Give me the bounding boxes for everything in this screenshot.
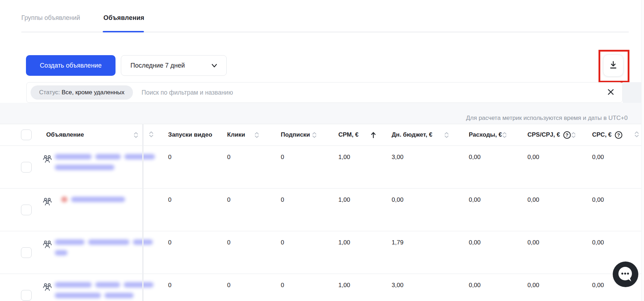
cell-subscriptions: 0	[275, 274, 333, 301]
column-header-clicks[interactable]: Клики	[222, 124, 275, 146]
question-circle-icon[interactable]: ?	[563, 131, 571, 139]
status-chip-value: Все, кроме удаленных	[61, 89, 124, 96]
ads-manager-page: Группы объявлений Объявления Создать объ…	[0, 0, 644, 301]
cell-cpm: 1,00	[333, 146, 386, 188]
cell-cps-cpj: 0,00	[522, 189, 587, 231]
question-circle-icon[interactable]: ?	[615, 131, 622, 139]
cell-subscriptions: 0	[275, 146, 333, 188]
table-body: 0 0 0 1,00 3,00 0,00 0,00 0,00 0 0 0 1,0…	[0, 146, 644, 301]
cell-spend: 0,00	[463, 274, 522, 301]
arrow-up-icon[interactable]	[370, 131, 386, 139]
sort-arrows-icon[interactable]	[254, 131, 275, 139]
ad-name-cell[interactable]	[41, 231, 143, 274]
column-header-hidden[interactable]	[143, 124, 163, 146]
sort-arrows-icon[interactable]	[149, 131, 154, 139]
export-download-button[interactable]	[603, 54, 623, 76]
sort-arrows-icon[interactable]	[133, 131, 143, 139]
tab-ad-groups[interactable]: Группы объявлений	[21, 14, 80, 22]
column-header-ad[interactable]: Объявление	[41, 124, 143, 146]
chevron-down-icon	[210, 61, 219, 70]
cell-video-starts: 0	[163, 231, 222, 274]
column-header-daily-budget[interactable]: Дн. бюджет, €	[386, 124, 463, 146]
column-header-cps-cpj[interactable]: CPS/CPJ, € ?	[522, 124, 587, 146]
cell-daily-budget: 3,00	[386, 146, 463, 188]
cell-spend: 0,00	[463, 146, 522, 188]
row-checkbox[interactable]	[21, 162, 32, 173]
table-row: 0 0 0 1,00 3,00 0,00 0,00 0,00	[0, 274, 644, 301]
ad-name-cell[interactable]	[41, 146, 143, 188]
tab-ads[interactable]: Объявления	[103, 14, 144, 22]
cell-cpm: 1,00	[333, 231, 386, 274]
cell-cps-cpj: 0,00	[522, 231, 587, 274]
filter-bar: Статус: Все, кроме удаленных	[26, 82, 623, 103]
cell-video-starts: 0	[163, 189, 222, 231]
create-ad-button[interactable]: Создать объявление	[26, 55, 116, 76]
ad-group-icon	[43, 197, 52, 231]
cell-daily-budget: 0,00	[386, 189, 463, 231]
cell-subscriptions: 0	[275, 231, 333, 274]
cell-spend: 0,00	[463, 231, 522, 274]
cell-video-starts: 0	[163, 274, 222, 301]
status-chip-prefix: Статус:	[39, 89, 61, 96]
cell-cpc: 0,00	[587, 189, 633, 231]
frozen-column-divider	[142, 124, 144, 301]
cell-spend: 0,00	[463, 189, 522, 231]
column-header-subscriptions[interactable]: Подписки	[275, 124, 333, 146]
sort-arrows-icon[interactable]	[444, 131, 463, 139]
column-header-cpc[interactable]: CPC, € ?	[587, 124, 633, 146]
redacted-ad-name	[55, 196, 129, 231]
ad-group-icon	[43, 154, 52, 188]
cell-cps-cpj: 0,00	[522, 146, 587, 188]
chat-widget-button[interactable]	[612, 261, 639, 288]
utc-metrics-note: Для расчета метрик используются время и …	[466, 115, 628, 122]
ad-name-cell[interactable]	[41, 274, 143, 301]
redacted-ad-name	[55, 239, 156, 274]
date-range-value: Последние 7 дней	[130, 62, 185, 69]
column-header-video-starts[interactable]: Запуски видео	[163, 124, 222, 146]
cell-clicks: 0	[222, 274, 275, 301]
ad-group-icon	[43, 240, 52, 274]
clear-filters-button[interactable]	[605, 87, 616, 98]
column-header-cpm[interactable]: CPM, €	[333, 124, 386, 146]
ad-group-icon	[43, 282, 52, 301]
cell-cpm: 1,00	[333, 274, 386, 301]
download-icon	[608, 60, 618, 71]
active-tab-indicator	[103, 31, 144, 32]
page-scrollbar[interactable]	[641, 0, 644, 301]
column-header-spend[interactable]: Расходы, €	[463, 124, 522, 146]
cell-subscriptions: 0	[275, 189, 333, 231]
cell-cps-cpj: 0,00	[522, 274, 587, 301]
table-row: 0 0 0 1,00 3,00 0,00 0,00 0,00	[0, 146, 644, 189]
search-input[interactable]	[141, 89, 605, 96]
status-filter-chip[interactable]: Статус: Все, кроме удаленных	[31, 85, 133, 100]
header-checkbox-cell	[0, 130, 41, 140]
table-header: Объявление Запуски видео Клики Подписки …	[0, 124, 644, 146]
select-all-checkbox[interactable]	[21, 130, 32, 140]
row-checkbox[interactable]	[21, 290, 32, 301]
cell-clicks: 0	[222, 146, 275, 188]
cell-cpc: 0,00	[587, 146, 633, 188]
cell-cpm: 1,00	[333, 189, 386, 231]
row-checkbox[interactable]	[21, 247, 32, 258]
sort-arrows-icon[interactable]	[634, 131, 639, 139]
row-checkbox[interactable]	[21, 205, 32, 215]
background-patch	[623, 82, 642, 103]
cell-daily-budget: 3,00	[386, 274, 463, 301]
ad-name-cell[interactable]	[41, 189, 143, 231]
date-range-select[interactable]: Последние 7 дней	[121, 55, 227, 76]
close-icon	[607, 88, 615, 97]
redacted-ad-name	[55, 282, 157, 301]
sort-arrows-icon[interactable]	[312, 131, 333, 139]
table-row: 0 0 0 1,00 1,79 0,00 0,00 0,00	[0, 231, 644, 274]
cell-video-starts: 0	[163, 146, 222, 188]
table-row: 0 0 0 1,00 0,00 0,00 0,00 0,00	[0, 189, 644, 231]
cell-daily-budget: 1,79	[386, 231, 463, 274]
sort-arrows-icon[interactable]	[502, 131, 523, 139]
cell-clicks: 0	[222, 231, 275, 274]
chat-bubble-icon	[612, 261, 639, 288]
cell-clicks: 0	[222, 189, 275, 231]
